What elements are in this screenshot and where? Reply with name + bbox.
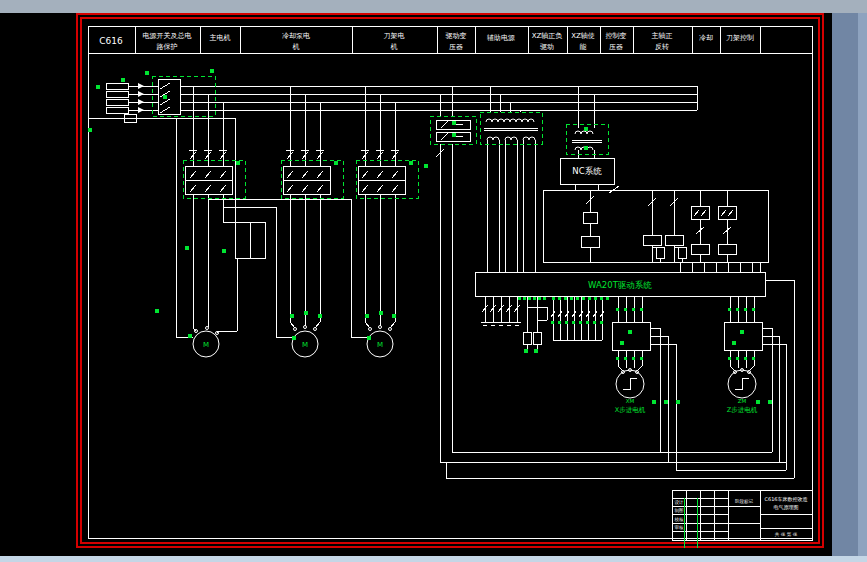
col-label: 驱动变 — [446, 32, 467, 40]
component-label-marker — [593, 321, 596, 324]
component-label-marker — [744, 357, 747, 360]
schematic-canvas: C616 电源开关及总电 路保护 主电机 冷却泵电 机 刀架电 机 驱动变 压器… — [0, 0, 867, 562]
component-label-marker — [752, 308, 755, 311]
component-label-marker — [318, 314, 322, 318]
cad-viewport[interactable]: C616 电源开关及总电 路保护 主电机 冷却泵电 机 刀架电 机 驱动变 压器… — [0, 0, 867, 562]
component-label-marker — [620, 341, 624, 345]
col-label: 压器 — [449, 43, 463, 51]
component-label-marker — [628, 330, 632, 334]
col-label: 冷却 — [699, 34, 713, 42]
component-label-marker — [640, 308, 643, 311]
component-label-marker — [528, 297, 531, 300]
component-label-marker — [523, 297, 526, 300]
component-label-marker — [616, 357, 619, 360]
top-strip — [0, 0, 867, 13]
component-label-marker — [652, 400, 656, 404]
component-label-marker — [163, 95, 167, 99]
titleblock-cell: 设计 — [675, 499, 685, 505]
component-label-marker — [584, 127, 588, 131]
component-label-marker — [392, 314, 396, 318]
model-label: C616 — [99, 36, 123, 46]
component-label-marker — [584, 146, 588, 150]
component-label-marker — [624, 357, 627, 360]
component-label-marker — [736, 308, 739, 311]
motor-symbol: M — [302, 341, 308, 349]
stage-label: 阶段标记 — [735, 498, 754, 505]
component-label-marker — [600, 321, 603, 324]
sheet-label: 共 张 第 张 — [775, 532, 798, 537]
component-label-marker — [632, 308, 635, 311]
component-label-marker — [121, 78, 125, 82]
bottom-strip — [0, 556, 867, 562]
col-label: 机 — [293, 43, 300, 51]
component-label-marker — [632, 357, 635, 360]
component-label-marker — [304, 311, 308, 315]
component-label-marker — [534, 349, 538, 353]
component-label-marker — [740, 330, 744, 334]
component-label-marker — [582, 297, 585, 300]
component-label-marker — [576, 297, 579, 300]
nc-system-label: NC系统 — [572, 166, 602, 176]
component-label-marker — [551, 321, 554, 324]
col-label: 反转 — [655, 43, 669, 51]
component-label-marker — [538, 297, 541, 300]
col-label: 路保护 — [157, 42, 178, 51]
component-label-marker — [572, 321, 575, 324]
component-label-marker — [155, 309, 159, 313]
component-label-marker — [640, 357, 643, 360]
component-label-marker — [600, 297, 603, 300]
col-label: 冷却泵电 — [282, 32, 310, 40]
titleblock-cell: 审核 — [675, 525, 685, 530]
drawing-title-line2: 电气原理图 — [774, 504, 799, 511]
component-label-marker — [367, 336, 371, 340]
col-label: XZ轴使 — [571, 32, 595, 40]
component-label-marker — [452, 121, 456, 125]
drive-system-label: WA20T驱动系统 — [588, 280, 652, 290]
component-label-marker — [606, 297, 609, 300]
component-label-marker — [594, 297, 597, 300]
component-label-marker — [768, 400, 772, 404]
component-label-marker — [552, 297, 555, 300]
component-label-marker — [570, 297, 573, 300]
component-label-marker — [728, 308, 731, 311]
component-label-marker — [664, 400, 668, 404]
component-label-marker — [579, 321, 582, 324]
component-label-marker — [543, 297, 546, 300]
component-label-marker — [744, 308, 747, 311]
component-label-marker — [728, 357, 731, 360]
col-label: 机 — [391, 43, 398, 51]
component-label-marker — [732, 341, 736, 345]
component-label-marker — [533, 297, 536, 300]
component-label-marker — [185, 246, 189, 250]
component-label-marker — [290, 314, 294, 318]
stepper-x-id: XM — [626, 398, 635, 404]
stepper-x-label: X步进电机 — [615, 406, 646, 414]
component-label-marker — [624, 308, 627, 311]
col-label: 压器 — [609, 43, 623, 51]
col-label: 辅助电源 — [487, 34, 515, 42]
col-label: 驱动 — [540, 43, 554, 51]
component-label-marker — [188, 334, 192, 338]
component-label-marker — [334, 161, 338, 165]
component-label-marker — [96, 85, 100, 89]
component-label-marker — [564, 297, 567, 300]
component-label-marker — [676, 400, 680, 404]
component-label-marker — [424, 164, 428, 168]
col-label: 刀架控制 — [726, 34, 754, 42]
component-label-marker — [222, 249, 226, 253]
col-label: 能 — [580, 43, 587, 51]
col-label: 主电机 — [210, 33, 231, 42]
component-label-marker — [616, 308, 619, 311]
component-label-marker — [145, 71, 149, 75]
component-label-marker — [88, 128, 92, 132]
component-label-marker — [736, 357, 739, 360]
motor-symbol: M — [203, 341, 209, 349]
col-label: 控制变 — [606, 32, 627, 40]
component-label-marker — [752, 357, 755, 360]
drawing-title-line1: C616车床数控改造 — [764, 496, 807, 502]
motor-symbol: M — [377, 341, 383, 349]
component-label-marker — [518, 297, 521, 300]
component-label-marker — [409, 161, 413, 165]
component-label-marker — [236, 161, 240, 165]
stepper-z-label: Z步进电机 — [727, 406, 758, 414]
